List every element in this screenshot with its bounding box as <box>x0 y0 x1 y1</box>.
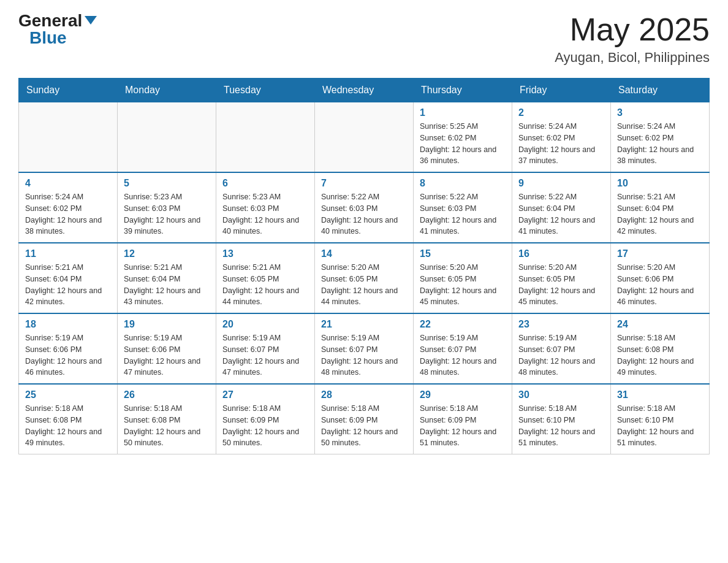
logo-general: General <box>18 12 82 29</box>
day-info: Sunrise: 5:19 AM Sunset: 6:07 PM Dayligh… <box>321 332 407 378</box>
day-number: 3 <box>617 107 703 118</box>
calendar-cell <box>19 102 118 173</box>
day-info: Sunrise: 5:24 AM Sunset: 6:02 PM Dayligh… <box>25 191 111 237</box>
logo: General Blue <box>18 12 97 47</box>
day-number: 14 <box>321 248 407 259</box>
weekday-header-thursday: Thursday <box>414 79 512 102</box>
day-info: Sunrise: 5:19 AM Sunset: 6:07 PM Dayligh… <box>222 332 308 378</box>
day-info: Sunrise: 5:20 AM Sunset: 6:05 PM Dayligh… <box>420 262 506 308</box>
day-number: 24 <box>617 319 703 330</box>
calendar-week-row: 18Sunrise: 5:19 AM Sunset: 6:06 PM Dayli… <box>19 313 710 384</box>
day-info: Sunrise: 5:19 AM Sunset: 6:06 PM Dayligh… <box>124 332 210 378</box>
calendar-cell: 20Sunrise: 5:19 AM Sunset: 6:07 PM Dayli… <box>216 313 315 384</box>
calendar-cell: 27Sunrise: 5:18 AM Sunset: 6:09 PM Dayli… <box>216 384 315 454</box>
weekday-header-friday: Friday <box>512 79 611 102</box>
day-number: 9 <box>518 178 604 189</box>
calendar-cell: 7Sunrise: 5:22 AM Sunset: 6:03 PM Daylig… <box>315 172 414 243</box>
day-number: 19 <box>124 319 210 330</box>
calendar-cell: 5Sunrise: 5:23 AM Sunset: 6:03 PM Daylig… <box>118 172 216 243</box>
weekday-header-wednesday: Wednesday <box>315 79 414 102</box>
calendar-cell: 18Sunrise: 5:19 AM Sunset: 6:06 PM Dayli… <box>19 313 118 384</box>
calendar-cell: 6Sunrise: 5:23 AM Sunset: 6:03 PM Daylig… <box>216 172 315 243</box>
day-info: Sunrise: 5:18 AM Sunset: 6:09 PM Dayligh… <box>420 403 506 449</box>
calendar-cell <box>315 102 414 173</box>
day-number: 25 <box>25 389 111 400</box>
day-number: 31 <box>617 389 703 400</box>
day-number: 27 <box>222 389 308 400</box>
day-number: 30 <box>518 389 604 400</box>
location-title: Ayugan, Bicol, Philippines <box>555 50 710 66</box>
day-number: 28 <box>321 389 407 400</box>
calendar-week-row: 4Sunrise: 5:24 AM Sunset: 6:02 PM Daylig… <box>19 172 710 243</box>
calendar-cell: 21Sunrise: 5:19 AM Sunset: 6:07 PM Dayli… <box>315 313 414 384</box>
day-number: 13 <box>222 248 308 259</box>
day-info: Sunrise: 5:20 AM Sunset: 6:05 PM Dayligh… <box>321 262 407 308</box>
calendar-table: SundayMondayTuesdayWednesdayThursdayFrid… <box>18 78 710 454</box>
day-info: Sunrise: 5:18 AM Sunset: 6:09 PM Dayligh… <box>222 403 308 449</box>
calendar-cell: 8Sunrise: 5:22 AM Sunset: 6:03 PM Daylig… <box>414 172 512 243</box>
day-number: 17 <box>617 248 703 259</box>
calendar-cell: 12Sunrise: 5:21 AM Sunset: 6:04 PM Dayli… <box>118 243 216 313</box>
calendar-cell: 19Sunrise: 5:19 AM Sunset: 6:06 PM Dayli… <box>118 313 216 384</box>
calendar-cell: 10Sunrise: 5:21 AM Sunset: 6:04 PM Dayli… <box>611 172 710 243</box>
day-info: Sunrise: 5:22 AM Sunset: 6:03 PM Dayligh… <box>321 191 407 237</box>
day-number: 4 <box>25 178 111 189</box>
weekday-header-row: SundayMondayTuesdayWednesdayThursdayFrid… <box>19 79 710 102</box>
month-title: May 2025 <box>555 12 710 47</box>
day-info: Sunrise: 5:21 AM Sunset: 6:04 PM Dayligh… <box>124 262 210 308</box>
day-info: Sunrise: 5:19 AM Sunset: 6:07 PM Dayligh… <box>518 332 604 378</box>
calendar-cell: 26Sunrise: 5:18 AM Sunset: 6:08 PM Dayli… <box>118 384 216 454</box>
day-number: 18 <box>25 319 111 330</box>
logo-arrow-icon <box>85 16 97 25</box>
day-info: Sunrise: 5:20 AM Sunset: 6:06 PM Dayligh… <box>617 262 703 308</box>
title-block: May 2025 Ayugan, Bicol, Philippines <box>555 12 710 66</box>
calendar-cell: 22Sunrise: 5:19 AM Sunset: 6:07 PM Dayli… <box>414 313 512 384</box>
calendar-cell: 2Sunrise: 5:24 AM Sunset: 6:02 PM Daylig… <box>512 102 611 173</box>
weekday-header-saturday: Saturday <box>611 79 710 102</box>
day-number: 20 <box>222 319 308 330</box>
day-info: Sunrise: 5:18 AM Sunset: 6:08 PM Dayligh… <box>617 332 703 378</box>
day-number: 21 <box>321 319 407 330</box>
calendar-cell: 25Sunrise: 5:18 AM Sunset: 6:08 PM Dayli… <box>19 384 118 454</box>
calendar-week-row: 11Sunrise: 5:21 AM Sunset: 6:04 PM Dayli… <box>19 243 710 313</box>
day-number: 7 <box>321 178 407 189</box>
day-number: 2 <box>518 107 604 118</box>
day-info: Sunrise: 5:25 AM Sunset: 6:02 PM Dayligh… <box>420 121 506 167</box>
day-info: Sunrise: 5:21 AM Sunset: 6:04 PM Dayligh… <box>617 191 703 237</box>
calendar-cell: 9Sunrise: 5:22 AM Sunset: 6:04 PM Daylig… <box>512 172 611 243</box>
day-number: 6 <box>222 178 308 189</box>
day-number: 15 <box>420 248 506 259</box>
day-info: Sunrise: 5:21 AM Sunset: 6:04 PM Dayligh… <box>25 262 111 308</box>
day-number: 23 <box>518 319 604 330</box>
calendar-cell: 1Sunrise: 5:25 AM Sunset: 6:02 PM Daylig… <box>414 102 512 173</box>
day-number: 12 <box>124 248 210 259</box>
day-info: Sunrise: 5:20 AM Sunset: 6:05 PM Dayligh… <box>518 262 604 308</box>
calendar-cell: 17Sunrise: 5:20 AM Sunset: 6:06 PM Dayli… <box>611 243 710 313</box>
day-info: Sunrise: 5:22 AM Sunset: 6:04 PM Dayligh… <box>518 191 604 237</box>
weekday-header-monday: Monday <box>118 79 216 102</box>
day-number: 26 <box>124 389 210 400</box>
calendar-cell: 31Sunrise: 5:18 AM Sunset: 6:10 PM Dayli… <box>611 384 710 454</box>
day-info: Sunrise: 5:19 AM Sunset: 6:07 PM Dayligh… <box>420 332 506 378</box>
day-info: Sunrise: 5:23 AM Sunset: 6:03 PM Dayligh… <box>124 191 210 237</box>
day-number: 1 <box>420 107 506 118</box>
weekday-header-tuesday: Tuesday <box>216 79 315 102</box>
calendar-cell: 14Sunrise: 5:20 AM Sunset: 6:05 PM Dayli… <box>315 243 414 313</box>
day-info: Sunrise: 5:23 AM Sunset: 6:03 PM Dayligh… <box>222 191 308 237</box>
day-number: 10 <box>617 178 703 189</box>
day-info: Sunrise: 5:19 AM Sunset: 6:06 PM Dayligh… <box>25 332 111 378</box>
calendar-cell: 13Sunrise: 5:21 AM Sunset: 6:05 PM Dayli… <box>216 243 315 313</box>
day-info: Sunrise: 5:18 AM Sunset: 6:08 PM Dayligh… <box>124 403 210 449</box>
day-number: 29 <box>420 389 506 400</box>
calendar-cell: 24Sunrise: 5:18 AM Sunset: 6:08 PM Dayli… <box>611 313 710 384</box>
day-info: Sunrise: 5:18 AM Sunset: 6:10 PM Dayligh… <box>617 403 703 449</box>
day-number: 5 <box>124 178 210 189</box>
day-info: Sunrise: 5:24 AM Sunset: 6:02 PM Dayligh… <box>518 121 604 167</box>
calendar-cell: 11Sunrise: 5:21 AM Sunset: 6:04 PM Dayli… <box>19 243 118 313</box>
calendar-cell: 4Sunrise: 5:24 AM Sunset: 6:02 PM Daylig… <box>19 172 118 243</box>
calendar-cell <box>216 102 315 173</box>
calendar-cell: 29Sunrise: 5:18 AM Sunset: 6:09 PM Dayli… <box>414 384 512 454</box>
calendar-cell: 30Sunrise: 5:18 AM Sunset: 6:10 PM Dayli… <box>512 384 611 454</box>
day-info: Sunrise: 5:21 AM Sunset: 6:05 PM Dayligh… <box>222 262 308 308</box>
day-number: 8 <box>420 178 506 189</box>
